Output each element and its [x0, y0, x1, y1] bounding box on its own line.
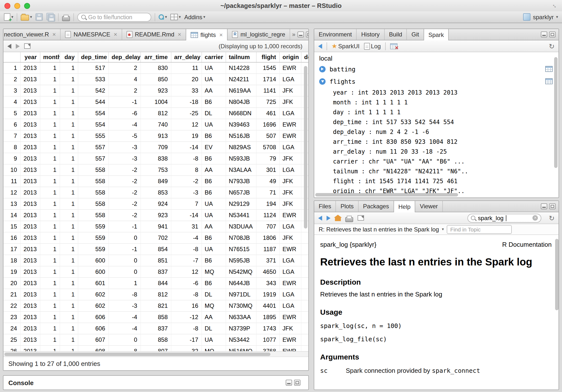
table-cell: 1 — [40, 85, 60, 96]
print-icon[interactable] — [345, 217, 353, 222]
find-in-topic-input[interactable] — [447, 225, 512, 234]
column-header[interactable]: dep_delay — [108, 52, 140, 62]
table-cell: B6 — [201, 187, 226, 198]
horizontal-scrollbar[interactable] — [315, 193, 458, 196]
tab-git[interactable]: Git — [407, 29, 424, 40]
tab-namespace[interactable]: NAMESPACE × — [61, 29, 122, 40]
back-icon[interactable] — [318, 215, 322, 220]
open-in-new-window-icon[interactable] — [358, 215, 364, 221]
tab-history[interactable]: History — [357, 29, 385, 40]
new-file-button[interactable]: ▾ — [4, 13, 13, 21]
forward-icon[interactable] — [16, 44, 20, 49]
column-header[interactable]: de — [301, 52, 308, 62]
tab-plots[interactable]: Plots — [336, 201, 359, 212]
chevron-down-icon[interactable]: ▾ — [442, 227, 444, 231]
tab-label: ml_logistic_regre — [241, 31, 285, 38]
tab-connection-viewer[interactable]: nection_viewer.R × — [3, 29, 61, 40]
refresh-icon[interactable]: ↻ — [549, 214, 555, 221]
close-icon[interactable]: × — [52, 32, 56, 37]
maximize-pane-icon[interactable] — [306, 32, 309, 37]
maximize-pane-icon[interactable] — [549, 203, 556, 209]
tab-help[interactable]: Help — [394, 201, 415, 212]
version-control-button[interactable]: ▾ — [159, 14, 167, 20]
tab-ml-logistic[interactable]: ml_logistic_regre — [228, 29, 290, 40]
save-all-button[interactable] — [46, 13, 55, 21]
tab-spark[interactable]: Spark — [424, 29, 449, 40]
horizontal-scrollbar[interactable] — [4, 353, 270, 356]
column-header[interactable]: carrier — [201, 52, 226, 62]
project-menu[interactable]: sparklyr ▾ — [523, 13, 558, 21]
view-table-icon[interactable] — [545, 78, 553, 84]
back-icon[interactable] — [7, 44, 11, 49]
minimize-pane-icon[interactable] — [297, 32, 304, 37]
save-button[interactable] — [35, 13, 43, 21]
console-header[interactable]: Console — [3, 376, 308, 390]
minimize-pane-icon[interactable] — [541, 32, 547, 37]
table-cell: 807 — [140, 345, 171, 352]
column-header[interactable]: dep_time — [78, 52, 108, 62]
table-cell: UA — [201, 198, 226, 210]
log-button[interactable]: Log — [364, 43, 381, 49]
open-file-button[interactable]: ▾ — [21, 14, 32, 20]
addins-label: Addins — [184, 14, 202, 20]
table-cell: JFK — [279, 323, 301, 334]
collapse-icon[interactable] — [319, 78, 326, 84]
view-table-icon[interactable] — [545, 66, 553, 72]
disconnect-button[interactable]: × — [390, 43, 398, 49]
sparkui-button[interactable]: ★ SparkUI — [331, 43, 360, 49]
addins-menu[interactable]: Addins ▾ — [184, 14, 205, 20]
maximize-pane-icon[interactable] — [549, 32, 556, 37]
print-button[interactable] — [62, 16, 70, 21]
tab-environment[interactable]: Environment — [314, 29, 357, 40]
table-cell: 557 — [78, 142, 108, 153]
object-name[interactable]: flights — [330, 78, 355, 85]
table-cell: DL — [201, 289, 226, 300]
vertical-scrollbar[interactable] — [304, 66, 307, 229]
tab-overflow-icon[interactable]: » — [290, 31, 297, 38]
forward-icon[interactable] — [327, 215, 331, 220]
tab-files[interactable]: Files — [314, 201, 336, 212]
toolbar-separator — [73, 13, 74, 21]
column-header[interactable]: arr_time — [140, 52, 171, 62]
column-header[interactable]: origin — [279, 52, 301, 62]
close-icon[interactable]: × — [114, 32, 117, 37]
clear-search-icon[interactable]: × — [533, 215, 538, 221]
refresh-icon[interactable]: ↻ — [549, 43, 555, 49]
tab-build[interactable]: Build — [384, 29, 407, 40]
table-cell: 602 — [78, 300, 108, 311]
table-cell: UA — [201, 210, 226, 221]
help-search-input[interactable]: spark_log × — [468, 213, 542, 222]
column-header[interactable]: month — [40, 52, 60, 62]
column-header[interactable]: tailnum — [226, 52, 256, 62]
help-topic-selector[interactable]: R: Retrieves the last n entries in the S… — [319, 226, 439, 233]
object-name[interactable]: batting — [330, 65, 355, 73]
back-icon[interactable] — [318, 44, 322, 49]
argument-desc-code: spark_connect — [432, 367, 480, 374]
row-number-cell: 1 — [3, 62, 20, 74]
pane-window-buttons — [286, 380, 303, 386]
vertical-scrollbar[interactable] — [554, 57, 558, 168]
tab-viewer[interactable]: Viewer — [415, 201, 443, 212]
table-cell: MQ — [201, 266, 226, 278]
tab-packages[interactable]: Packages — [359, 201, 394, 212]
column-header[interactable]: day — [60, 52, 78, 62]
minimize-pane-icon[interactable] — [541, 203, 547, 209]
open-in-new-window-icon[interactable] — [24, 43, 31, 49]
maximize-pane-icon[interactable] — [294, 380, 300, 386]
column-header[interactable]: year — [20, 52, 40, 62]
goto-file-input[interactable]: Go to file/function — [77, 13, 151, 21]
column-header[interactable]: flight — [256, 52, 279, 62]
vertical-scrollbar[interactable] — [555, 239, 559, 310]
minimize-pane-icon[interactable] — [286, 380, 292, 386]
pane-layout-button[interactable]: ▾ — [170, 14, 181, 20]
table-cell: 2013 — [20, 323, 40, 334]
expand-icon[interactable] — [319, 66, 326, 72]
table-cell: EWR — [279, 345, 301, 352]
close-icon[interactable]: × — [219, 32, 223, 38]
tab-label: Viewer — [420, 203, 438, 210]
tab-readme[interactable]: README.Rmd × — [122, 29, 186, 40]
tab-flights[interactable]: flights × — [186, 29, 228, 40]
column-header[interactable]: arr_delay — [171, 52, 201, 62]
home-icon[interactable] — [335, 218, 341, 221]
close-icon[interactable]: × — [178, 32, 181, 37]
